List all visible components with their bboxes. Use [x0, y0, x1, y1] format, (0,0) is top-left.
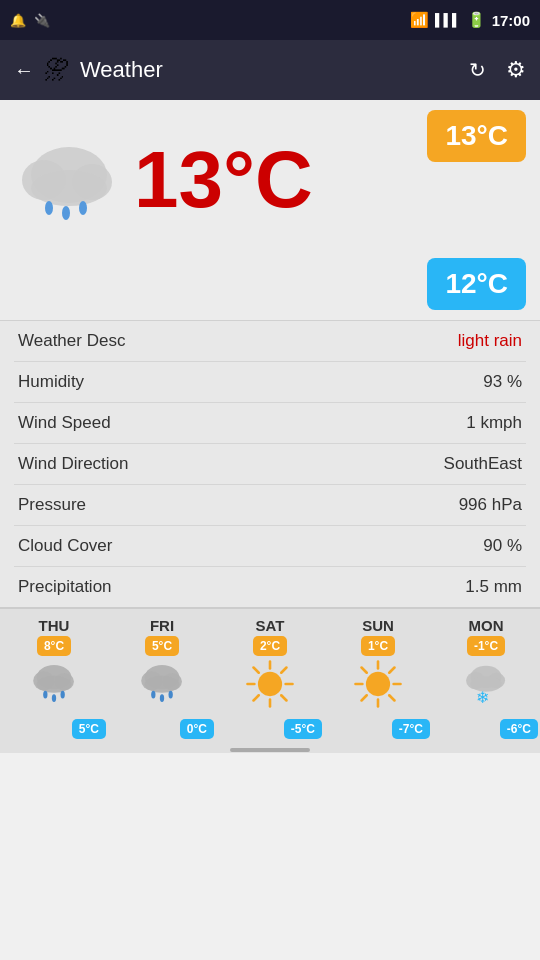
detail-value-1: 93 % — [483, 372, 522, 392]
settings-button[interactable]: ⚙ — [506, 57, 526, 83]
forecast-strip: THU8°C 5°CFRI5°C 0°CSAT2°C — [0, 607, 540, 747]
detail-value-2: 1 kmph — [466, 413, 522, 433]
svg-point-10 — [37, 676, 72, 693]
forecast-hi-badge-1: 5°C — [145, 636, 179, 656]
wifi-icon: 📶 — [410, 11, 429, 29]
temp-lo-badge: 12°C — [427, 258, 526, 310]
detail-value-3: SouthEast — [444, 454, 522, 474]
svg-line-35 — [362, 668, 367, 673]
temp-hi-badge: 13°C — [427, 110, 526, 162]
svg-line-29 — [254, 695, 259, 700]
forecast-icon-4: ❄ — [460, 658, 512, 714]
forecast-day-label-4: MON — [469, 617, 504, 634]
scroll-indicator — [0, 747, 540, 753]
forecast-day-4: MON-1°C ❄ -6°C — [432, 609, 540, 747]
scroll-bar — [230, 748, 310, 752]
rain-cloud-icon — [14, 130, 124, 230]
svg-line-37 — [389, 668, 394, 673]
svg-point-19 — [160, 694, 164, 702]
signal-icon-1: ▌▌▌ — [435, 13, 461, 27]
battery-icon: 🔋 — [467, 11, 486, 29]
detail-label-2: Wind Speed — [18, 413, 111, 433]
forecast-lo-badge-0: 5°C — [72, 719, 106, 739]
detail-row-3: Wind DirectionSouthEast — [14, 444, 526, 485]
detail-row-2: Wind Speed1 kmph — [14, 403, 526, 444]
detail-label-1: Humidity — [18, 372, 84, 392]
detail-label-4: Pressure — [18, 495, 86, 515]
clock: 17:00 — [492, 12, 530, 29]
forecast-day-label-3: SUN — [362, 617, 394, 634]
app-title: Weather — [80, 57, 163, 83]
detail-value-5: 90 % — [483, 536, 522, 556]
detail-label-0: Weather Desc — [18, 331, 125, 351]
forecast-day-0: THU8°C 5°C — [0, 609, 108, 747]
detail-value-6: 1.5 mm — [465, 577, 522, 597]
detail-row-4: Pressure996 hPa — [14, 485, 526, 526]
detail-row-1: Humidity93 % — [14, 362, 526, 403]
forecast-hi-badge-3: 1°C — [361, 636, 395, 656]
forecast-hi-badge-2: 2°C — [253, 636, 287, 656]
svg-text:❄: ❄ — [476, 689, 489, 706]
forecast-day-1: FRI5°C 0°C — [108, 609, 216, 747]
app-bar-left: ← ⛈ Weather — [14, 55, 163, 86]
forecast-day-label-2: SAT — [256, 617, 285, 634]
status-bar: 🔔 🔌 📶 ▌▌▌ 🔋 17:00 — [0, 0, 540, 40]
svg-point-30 — [366, 672, 390, 696]
svg-point-20 — [169, 691, 173, 699]
back-button[interactable]: ← — [14, 59, 34, 82]
usb-icon: 🔌 — [34, 13, 50, 28]
refresh-button[interactable]: ↻ — [469, 58, 486, 82]
forecast-day-label-0: THU — [39, 617, 70, 634]
svg-point-17 — [145, 676, 180, 693]
detail-label-3: Wind Direction — [18, 454, 129, 474]
forecast-icon-3 — [352, 658, 404, 714]
svg-point-6 — [79, 201, 87, 215]
svg-point-11 — [43, 691, 47, 699]
detail-label-6: Precipitation — [18, 577, 112, 597]
forecast-lo-badge-3: -7°C — [392, 719, 430, 739]
forecast-icon-1 — [136, 658, 188, 710]
detail-row-5: Cloud Cover90 % — [14, 526, 526, 567]
svg-point-21 — [258, 672, 282, 696]
detail-row-0: Weather Desclight rain — [14, 321, 526, 362]
status-icons-left: 🔔 🔌 — [10, 13, 50, 28]
svg-point-12 — [52, 694, 56, 702]
svg-line-38 — [362, 695, 367, 700]
forecast-icon-0 — [28, 658, 80, 710]
svg-point-3 — [31, 170, 107, 206]
forecast-hi-badge-4: -1°C — [467, 636, 505, 656]
forecast-lo-badge-4: -6°C — [500, 719, 538, 739]
svg-line-36 — [389, 695, 394, 700]
detail-row-6: Precipitation1.5 mm — [14, 567, 526, 607]
status-right: 📶 ▌▌▌ 🔋 17:00 — [410, 11, 530, 29]
forecast-day-3: SUN1°C -7°C — [324, 609, 432, 747]
svg-point-18 — [151, 691, 155, 699]
forecast-icon-2 — [244, 658, 296, 714]
detail-value-4: 996 hPa — [459, 495, 522, 515]
weather-main-card: 13°C 13°C 12°C — [0, 100, 540, 320]
svg-point-13 — [61, 691, 65, 699]
forecast-hi-badge-0: 8°C — [37, 636, 71, 656]
svg-line-27 — [281, 695, 286, 700]
app-bar-right: ↻ ⚙ — [469, 57, 526, 83]
forecast-day-label-1: FRI — [150, 617, 174, 634]
weather-logo-icon: ⛈ — [44, 55, 70, 86]
svg-line-28 — [281, 668, 286, 673]
app-bar: ← ⛈ Weather ↻ ⚙ — [0, 40, 540, 100]
main-temperature: 13°C — [134, 134, 313, 226]
forecast-day-2: SAT2°C -5°C — [216, 609, 324, 747]
weather-details: Weather Desclight rainHumidity93 %Wind S… — [0, 320, 540, 607]
svg-point-5 — [62, 206, 70, 220]
detail-label-5: Cloud Cover — [18, 536, 113, 556]
svg-line-26 — [254, 668, 259, 673]
detail-value-0: light rain — [458, 331, 522, 351]
forecast-lo-badge-2: -5°C — [284, 719, 322, 739]
svg-point-4 — [45, 201, 53, 215]
forecast-lo-badge-1: 0°C — [180, 719, 214, 739]
notification-icon: 🔔 — [10, 13, 26, 28]
